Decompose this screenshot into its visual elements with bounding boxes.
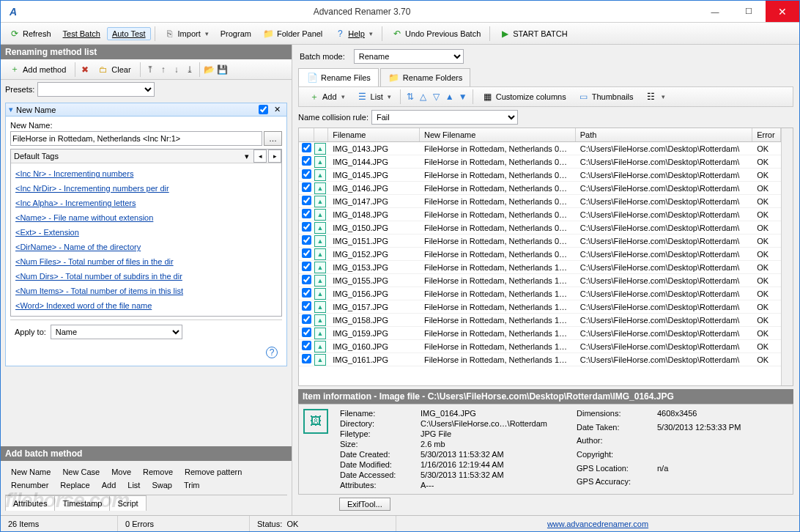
table-row[interactable]: ▲IMG_0153.JPGFileHorse in Rottedam, Neth… [299, 261, 781, 274]
tab-rename-files[interactable]: 📄Rename Files [298, 68, 379, 86]
minimize-button[interactable]: — [698, 1, 732, 22]
table-row[interactable]: ▲IMG_0143.JPGFileHorse in Rottedam, Neth… [299, 142, 781, 155]
test-batch-button[interactable]: Test Batch [58, 27, 105, 40]
vertical-scrollbar[interactable] [781, 128, 793, 385]
row-checkbox[interactable] [302, 248, 311, 258]
row-checkbox[interactable] [302, 209, 311, 218]
tag-link[interactable]: <Ext> - Extension [15, 225, 277, 240]
move-down-icon[interactable]: ↓ [171, 64, 182, 75]
open-icon[interactable]: 📂 [204, 64, 215, 75]
row-checkbox[interactable] [302, 288, 311, 298]
tag-link[interactable]: <Word> Indexed word of the file name [15, 298, 277, 313]
maximize-button[interactable]: ☐ [732, 1, 766, 22]
table-row[interactable]: ▲IMG_0145.JPGFileHorse in Rottedam, Neth… [299, 169, 781, 182]
refresh-button[interactable]: ⟳Refresh [4, 26, 56, 42]
tri-down-icon[interactable]: ▽ [431, 91, 442, 103]
batch-method-renumber[interactable]: Renumber [5, 479, 54, 492]
row-checkbox[interactable] [302, 328, 311, 337]
tri-down2-icon[interactable]: ▼ [457, 91, 469, 103]
start-batch-button[interactable]: ▶START BATCH [494, 26, 572, 42]
batch-method-new-name[interactable]: New Name [5, 465, 56, 479]
row-checkbox[interactable] [302, 156, 311, 166]
save-icon[interactable]: 💾 [217, 64, 229, 75]
batch-tab-script[interactable]: Script [109, 495, 146, 511]
import-button[interactable]: ⎘Import [159, 26, 214, 42]
program-button[interactable]: Program [215, 27, 256, 40]
tags-prev-button[interactable]: ◂ [253, 149, 267, 163]
row-checkbox[interactable] [302, 143, 311, 152]
col-path[interactable]: Path [576, 128, 752, 141]
table-row[interactable]: ▲IMG_0151.JPGFileHorse in Rottedam, Neth… [299, 234, 781, 248]
batch-method-replace[interactable]: Replace [54, 479, 95, 492]
row-checkbox[interactable] [302, 222, 311, 232]
presets-select[interactable] [37, 82, 155, 97]
row-checkbox[interactable] [302, 275, 311, 284]
batch-method-new-case[interactable]: New Case [56, 465, 105, 479]
tags-dropdown[interactable]: Default Tags ▾ [11, 150, 252, 163]
row-checkbox[interactable] [302, 196, 311, 205]
sort-az-icon[interactable]: ⇅ [404, 91, 416, 103]
col-new-filename[interactable]: New Filename [420, 128, 576, 141]
new-name-browse-button[interactable]: … [264, 131, 282, 146]
batch-method-remove[interactable]: Remove [137, 465, 179, 479]
table-row[interactable]: ▲IMG_0144.JPGFileHorse in Rottedam, Neth… [299, 155, 781, 169]
table-row[interactable]: ▲IMG_0159.JPGFileHorse in Rottedam, Neth… [299, 327, 781, 340]
table-row[interactable]: ▲IMG_0156.JPGFileHorse in Rottedam, Neth… [299, 287, 781, 300]
method-enabled-checkbox[interactable] [259, 105, 268, 114]
tag-link[interactable]: <Num Dirs> - Total number of subdirs in … [15, 269, 277, 284]
method-help-icon[interactable]: ? [266, 347, 278, 358]
table-row[interactable]: ▲IMG_0147.JPGFileHorse in Rottedam, Neth… [299, 195, 781, 208]
batch-method-list[interactable]: List [122, 479, 146, 492]
tri-up-icon[interactable]: △ [418, 91, 429, 103]
row-checkbox[interactable] [302, 354, 311, 363]
table-row[interactable]: ▲IMG_0146.JPGFileHorse in Rottedam, Neth… [299, 182, 781, 195]
tab-rename-folders[interactable]: 📁Rename Folders [380, 68, 470, 86]
tag-link[interactable]: <DirName> - Name of the directory [15, 240, 277, 254]
add-files-button[interactable]: ＋Add [303, 89, 350, 105]
add-method-button[interactable]: ＋Add method [4, 62, 71, 78]
table-row[interactable]: ▲IMG_0158.JPGFileHorse in Rottedam, Neth… [299, 314, 781, 327]
move-up-icon[interactable]: ↑ [158, 64, 169, 75]
folder-panel-button[interactable]: 📁Folder Panel [258, 26, 327, 42]
tag-link[interactable]: <Name> - File name without extension [15, 210, 277, 225]
table-row[interactable]: ▲IMG_0148.JPGFileHorse in Rottedam, Neth… [299, 208, 781, 221]
batch-method-add[interactable]: Add [96, 479, 122, 492]
collapse-icon[interactable]: ▾ [9, 105, 13, 114]
thumbnails-button[interactable]: ▭Thumbnails [573, 89, 639, 105]
tag-link[interactable]: <Inc Alpha> - Incrementing letters [15, 196, 277, 210]
apply-to-select[interactable]: Name [51, 325, 182, 339]
close-button[interactable]: ✕ [766, 1, 799, 22]
table-row[interactable]: ▲IMG_0161.JPGFileHorse in Rottedam, Neth… [299, 353, 781, 366]
move-bottom-icon[interactable]: ⤓ [184, 64, 196, 75]
row-checkbox[interactable] [302, 235, 311, 245]
row-checkbox[interactable] [302, 341, 311, 350]
col-error[interactable]: Error [752, 128, 781, 141]
view-options-button[interactable]: ☷ [640, 89, 670, 105]
list-button[interactable]: ☰List [352, 89, 396, 105]
row-checkbox[interactable] [302, 169, 311, 179]
tag-link[interactable]: <Num Files> - Total number of files in t… [15, 254, 277, 269]
tags-next-button[interactable]: ▸ [268, 149, 281, 163]
method-close-icon[interactable]: ✕ [271, 105, 284, 114]
row-checkbox[interactable] [302, 314, 311, 324]
auto-test-button[interactable]: Auto Test [107, 27, 151, 40]
new-name-input[interactable] [10, 131, 262, 146]
undo-button[interactable]: ↶Undo Previous Batch [386, 26, 486, 42]
row-checkbox[interactable] [302, 182, 311, 192]
batch-tab-attributes[interactable]: Attributes [5, 495, 55, 511]
batch-method-move[interactable]: Move [105, 465, 137, 479]
col-filename[interactable]: Filename [328, 128, 420, 141]
row-checkbox[interactable] [302, 262, 311, 271]
homepage-link[interactable]: www.advancedrenamer.com [547, 520, 648, 528]
tag-link[interactable]: <Inc NrDir> - Incrementing numbers per d… [15, 181, 277, 196]
clear-button[interactable]: 🗀Clear [92, 62, 136, 78]
collision-select[interactable]: Fail [371, 110, 518, 125]
customize-columns-button[interactable]: ▦Customize columns [477, 89, 571, 105]
batch-method-trim[interactable]: Trim [178, 479, 206, 492]
table-row[interactable]: ▲IMG_0155.JPGFileHorse in Rottedam, Neth… [299, 274, 781, 287]
help-button[interactable]: ?Help [329, 26, 378, 42]
tag-link[interactable]: <Num Items> - Total number of items in t… [15, 284, 277, 298]
table-row[interactable]: ▲IMG_0150.JPGFileHorse in Rottedam, Neth… [299, 221, 781, 234]
row-checkbox[interactable] [302, 301, 311, 311]
table-row[interactable]: ▲IMG_0160.JPGFileHorse in Rottedam, Neth… [299, 340, 781, 353]
